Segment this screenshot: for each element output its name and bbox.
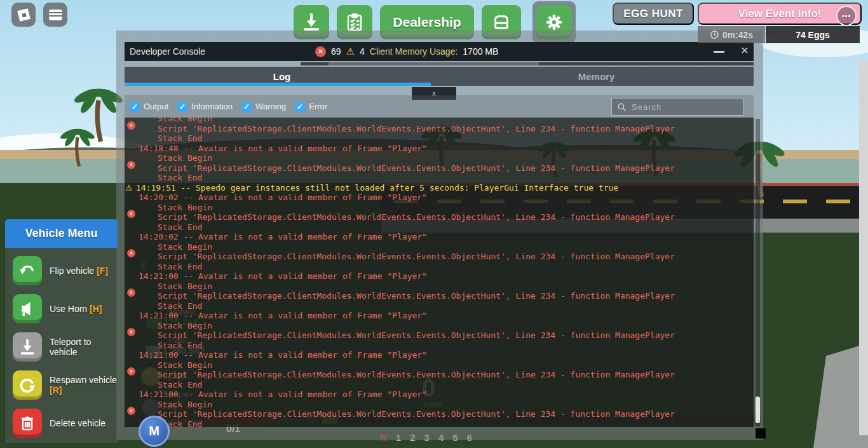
vehicle-menu-item-teleport-to-vehicle[interactable]: Teleport to vehicle — [5, 328, 118, 366]
log-line: Stack End — [125, 380, 754, 390]
roblox-menu-button[interactable] — [11, 3, 36, 27]
chat-button[interactable] — [43, 3, 67, 27]
map-button[interactable]: M — [139, 416, 170, 447]
filter-information[interactable]: ✓Information — [177, 102, 233, 112]
horizontal-scrollbar-thumb[interactable] — [329, 62, 539, 65]
log-text: Script 'ReplicatedStorage.ClientModules.… — [158, 252, 675, 261]
log-line: Stack Begin — [125, 321, 754, 331]
resize-handle[interactable] — [756, 428, 766, 438]
roblox-logo-icon — [17, 8, 31, 22]
error-icon: × — [127, 407, 135, 415]
event-timer-value: 0m:42s — [722, 30, 753, 40]
log-text: 14:21:00 -- Avatar is not a valid member… — [139, 271, 427, 281]
log-line: 14:21:00 -- Avatar is not a valid member… — [125, 311, 754, 321]
clock-icon — [710, 30, 719, 39]
error-count: 69 — [331, 46, 341, 57]
developer-console-window: Developer Console × 69 ⚠ 4 Client Memory… — [116, 31, 763, 440]
log-line: Stack End — [125, 262, 754, 272]
console-tab-bar: Log Memory — [125, 67, 754, 86]
log-text: Script 'ReplicatedStorage.ClientModules.… — [158, 291, 675, 301]
filter-output[interactable]: ✓Output — [130, 102, 168, 112]
log-text: 14:21:00 -- Avatar is not a valid member… — [139, 350, 427, 360]
log-text: Stack End — [158, 301, 202, 311]
active-tab-underline — [125, 83, 431, 86]
hotkey-label: [F] — [97, 266, 108, 276]
log-line: Stack Begin — [125, 203, 754, 213]
log-line: ⚠14:19:51 -- Speedo gear instances still… — [125, 183, 754, 193]
log-text: Stack End — [158, 133, 202, 143]
vehicle-menu-item-delete-vehicle[interactable]: Delete vehicle — [5, 404, 118, 442]
vertical-scrollbar-thumb[interactable] — [756, 397, 760, 423]
log-line: ×Script 'ReplicatedStorage.ClientModules… — [125, 409, 754, 419]
flip-arrow-icon — [13, 256, 42, 285]
log-text: Script 'ReplicatedStorage.ClientModules.… — [158, 409, 675, 419]
console-title: Developer Console — [130, 46, 205, 57]
vertical-scrollbar[interactable] — [756, 119, 760, 426]
warning-count-icon: ⚠ — [346, 46, 355, 57]
hotkey-label: [R] — [50, 385, 62, 395]
egg-hunt-hud: EGG HUNT View Event Info! ••• 0m:42s 74 … — [601, 0, 868, 48]
log-text: Stack Begin — [158, 360, 212, 370]
log-text: Stack Begin — [158, 321, 212, 330]
error-count-icon: × — [315, 46, 326, 57]
vehicle-menu-items: Flip vehicle [F]Use Horn [H]Teleport to … — [5, 248, 118, 442]
filter-label-warning: Warning — [255, 102, 286, 111]
error-icon: × — [127, 288, 135, 297]
vehicle-menu-item-flip-vehicle[interactable]: Flip vehicle [F] — [5, 252, 118, 290]
log-text: Stack Begin — [158, 242, 212, 252]
log-line: ×Script 'ReplicatedStorage.ClientModules… — [125, 370, 754, 380]
memory-usage-label: Client Memory Usage: — [370, 46, 458, 57]
log-text: 14:19:51 -- Speedo gear instances still … — [136, 183, 618, 193]
log-text: Stack Begin — [158, 282, 212, 291]
log-text: 14:20:02 -- Avatar is not a valid member… — [139, 232, 427, 241]
log-text: Stack End — [158, 380, 202, 390]
checkbox-checked-icon[interactable]: ✓ — [295, 102, 305, 112]
view-event-info-button[interactable]: View Event Info! ••• — [698, 3, 862, 25]
log-line: Stack Begin — [125, 242, 754, 252]
log-line: Stack Begin — [125, 153, 754, 163]
filter-label-output: Output — [144, 102, 168, 111]
vehicle-menu-item-respawn-vehicle[interactable]: Respawn vehicle [R] — [5, 366, 118, 404]
egg-hunt-button[interactable]: EGG HUNT — [613, 3, 694, 25]
error-icon: × — [127, 121, 135, 130]
log-line: Stack End — [125, 173, 754, 183]
error-icon: × — [127, 161, 135, 169]
log-line: 14:20:02 -- Avatar is not a valid member… — [125, 193, 754, 203]
log-line: ×Script 'ReplicatedStorage.ClientModules… — [125, 124, 754, 134]
log-text: 14:21:00 -- Avatar is not a valid member… — [139, 390, 427, 399]
log-line: 14:21:00 -- Avatar is not a valid member… — [125, 350, 754, 360]
event-timer: 0m:42s — [698, 26, 765, 43]
search-input[interactable]: Search — [611, 98, 743, 116]
horizontal-scrollbar[interactable] — [301, 62, 754, 65]
log-line: Stack End — [125, 419, 754, 428]
log-line: 14:21:00 -- Avatar is not a valid member… — [125, 390, 754, 400]
view-event-info-label: View Event Info! — [738, 8, 822, 20]
vehicle-menu-panel: Vehicle Menu Flip vehicle [F]Use Horn [H… — [5, 219, 118, 443]
checklist-icon — [344, 12, 365, 32]
ellipsis-icon[interactable]: ••• — [836, 6, 857, 26]
filter-error[interactable]: ✓Error — [295, 102, 327, 112]
egg-count-badge: 74 Eggs — [766, 26, 860, 43]
log-line: Stack Begin — [125, 360, 754, 370]
error-icon: × — [127, 367, 135, 376]
checkbox-checked-icon[interactable]: ✓ — [241, 102, 252, 112]
log-line: 14:21:00 -- Avatar is not a valid member… — [125, 271, 754, 282]
log-line: Stack End — [125, 341, 754, 351]
log-line: Stack Begin — [125, 282, 754, 292]
log-line: Stack End — [125, 133, 754, 144]
filter-checkboxes: ✓Output✓Information✓Warning✓Error — [130, 102, 327, 112]
checkbox-checked-icon[interactable]: ✓ — [177, 102, 187, 112]
minimize-button[interactable] — [714, 51, 724, 53]
search-placeholder: Search — [632, 102, 661, 112]
tab-memory[interactable]: Memory — [439, 67, 754, 86]
filter-warning[interactable]: ✓Warning — [241, 102, 286, 112]
vehicle-menu-item-label: Flip vehicle [F] — [50, 266, 108, 276]
checkbox-checked-icon[interactable]: ✓ — [130, 102, 140, 112]
log-line: ×Script 'ReplicatedStorage.ClientModules… — [125, 252, 754, 262]
log-text: 14:18:48 -- Avatar is not a valid member… — [139, 144, 427, 153]
vehicle-menu-item-use-horn[interactable]: Use Horn [H] — [5, 290, 118, 328]
log-line: ×Script 'ReplicatedStorage.ClientModules… — [125, 163, 754, 173]
vehicle-menu-item-label: Teleport to vehicle — [50, 337, 118, 357]
vehicle-menu-item-label: Delete vehicle — [50, 418, 105, 428]
log-output-area[interactable]: Stack Begin×Script 'ReplicatedStorage.Cl… — [125, 118, 754, 427]
